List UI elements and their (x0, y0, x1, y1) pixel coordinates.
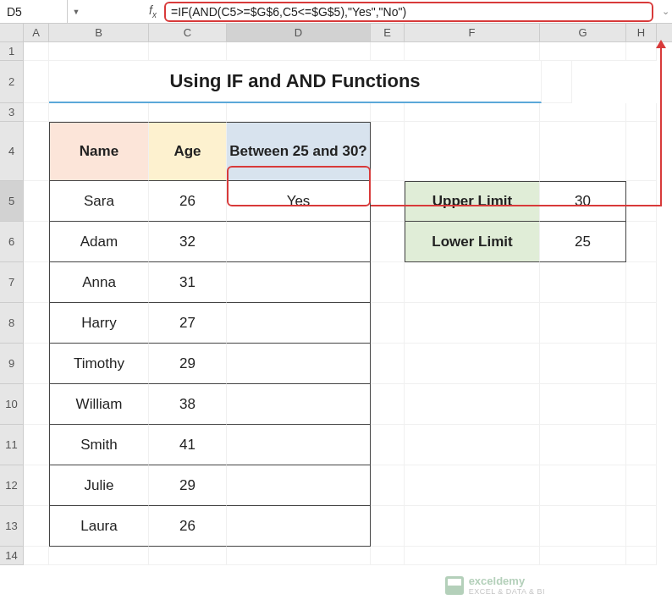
row-header-11[interactable]: 11 (0, 425, 24, 465)
cell-H14[interactable] (626, 547, 657, 565)
cell-G7[interactable] (540, 262, 626, 303)
cell-B14[interactable] (49, 547, 149, 565)
cell-B11[interactable]: Smith (49, 425, 149, 465)
cell-C9[interactable]: 29 (149, 344, 227, 384)
cell-C8[interactable]: 27 (149, 303, 227, 344)
cell-C13[interactable]: 26 (149, 506, 227, 547)
cell-F4[interactable] (405, 122, 540, 181)
cell-H2[interactable] (542, 61, 572, 103)
cell-H3[interactable] (626, 103, 657, 122)
row-header-14[interactable]: 14 (0, 547, 24, 565)
cell-B13[interactable]: Laura (49, 506, 149, 547)
upper-limit-value[interactable]: 30 (540, 181, 626, 222)
row-header-4[interactable]: 4 (0, 122, 24, 181)
cell-B6[interactable]: Adam (49, 222, 149, 262)
row-header-7[interactable]: 7 (0, 262, 24, 303)
cell-G3[interactable] (540, 103, 626, 122)
name-box[interactable]: D5 (0, 0, 68, 23)
row-header-6[interactable]: 6 (0, 222, 24, 262)
col-header-D[interactable]: D (227, 24, 371, 41)
cell-C3[interactable] (149, 103, 227, 122)
cell-B12[interactable]: Julie (49, 465, 149, 506)
row-header-12[interactable]: 12 (0, 465, 24, 506)
row-header-1[interactable]: 1 (0, 42, 24, 61)
row-header-9[interactable]: 9 (0, 344, 24, 384)
cell-F1[interactable] (405, 42, 540, 61)
cell-H9[interactable] (626, 344, 657, 384)
cell-C11[interactable]: 41 (149, 425, 227, 465)
cell-E5[interactable] (371, 181, 405, 222)
lower-limit-label[interactable]: Lower Limit (405, 222, 540, 262)
header-name[interactable]: Name (49, 122, 149, 181)
cell-D10[interactable] (227, 384, 371, 425)
col-header-G[interactable]: G (540, 24, 626, 41)
formula-input[interactable]: =IF(AND(C5>=$G$6,C5<=$G$5),"Yes","No") (164, 2, 653, 22)
header-age[interactable]: Age (149, 122, 227, 181)
header-between[interactable]: Between 25 and 30? (227, 122, 371, 181)
cell-F10[interactable] (405, 384, 540, 425)
cell-B5[interactable]: Sara (49, 181, 149, 222)
cell-G9[interactable] (540, 344, 626, 384)
cell-F7[interactable] (405, 262, 540, 303)
cell-A1[interactable] (24, 42, 49, 61)
cell-F14[interactable] (405, 547, 540, 565)
cell-H1[interactable] (626, 42, 657, 61)
cell-D12[interactable] (227, 465, 371, 506)
row-header-2[interactable]: 2 (0, 61, 24, 103)
cell-A7[interactable] (24, 262, 49, 303)
cell-G13[interactable] (540, 506, 626, 547)
name-box-dropdown[interactable]: ▼ (68, 8, 85, 16)
cell-F12[interactable] (405, 465, 540, 506)
cell-H7[interactable] (626, 262, 657, 303)
cell-E3[interactable] (371, 103, 405, 122)
cell-A13[interactable] (24, 506, 49, 547)
cell-H12[interactable] (626, 465, 657, 506)
cell-C5[interactable]: 26 (149, 181, 227, 222)
cell-D1[interactable] (227, 42, 371, 61)
cell-H13[interactable] (626, 506, 657, 547)
cell-D6[interactable] (227, 222, 371, 262)
cell-F11[interactable] (405, 425, 540, 465)
cell-C1[interactable] (149, 42, 227, 61)
cell-B3[interactable] (49, 103, 149, 122)
cell-D5[interactable]: Yes (227, 181, 371, 222)
lower-limit-value[interactable]: 25 (540, 222, 626, 262)
cell-C12[interactable]: 29 (149, 465, 227, 506)
cell-A10[interactable] (24, 384, 49, 425)
cell-D9[interactable] (227, 344, 371, 384)
row-header-5[interactable]: 5 (0, 181, 24, 222)
row-header-10[interactable]: 10 (0, 384, 24, 425)
cell-G11[interactable] (540, 425, 626, 465)
row-header-13[interactable]: 13 (0, 506, 24, 547)
cell-A2[interactable] (24, 61, 49, 103)
col-header-A[interactable]: A (24, 24, 49, 41)
cell-G8[interactable] (540, 303, 626, 344)
cell-A5[interactable] (24, 181, 49, 222)
cell-H5[interactable] (626, 181, 657, 222)
cell-A8[interactable] (24, 303, 49, 344)
fx-icon[interactable]: fx (144, 3, 164, 19)
cell-C14[interactable] (149, 547, 227, 565)
cell-H8[interactable] (626, 303, 657, 344)
cell-D8[interactable] (227, 303, 371, 344)
cell-E7[interactable] (371, 262, 405, 303)
cell-A11[interactable] (24, 425, 49, 465)
col-header-F[interactable]: F (405, 24, 540, 41)
cell-E12[interactable] (371, 465, 405, 506)
cell-E4[interactable] (371, 122, 405, 181)
col-header-C[interactable]: C (149, 24, 227, 41)
cell-B8[interactable]: Harry (49, 303, 149, 344)
row-header-8[interactable]: 8 (0, 303, 24, 344)
cell-B10[interactable]: William (49, 384, 149, 425)
formula-expand-icon[interactable]: ⌄ (658, 6, 672, 17)
cell-C10[interactable]: 38 (149, 384, 227, 425)
cell-D7[interactable] (227, 262, 371, 303)
cell-E13[interactable] (371, 506, 405, 547)
cell-E11[interactable] (371, 425, 405, 465)
cell-A9[interactable] (24, 344, 49, 384)
cell-F13[interactable] (405, 506, 540, 547)
cell-H11[interactable] (626, 425, 657, 465)
cell-A6[interactable] (24, 222, 49, 262)
col-header-B[interactable]: B (49, 24, 149, 41)
row-header-3[interactable]: 3 (0, 103, 24, 122)
